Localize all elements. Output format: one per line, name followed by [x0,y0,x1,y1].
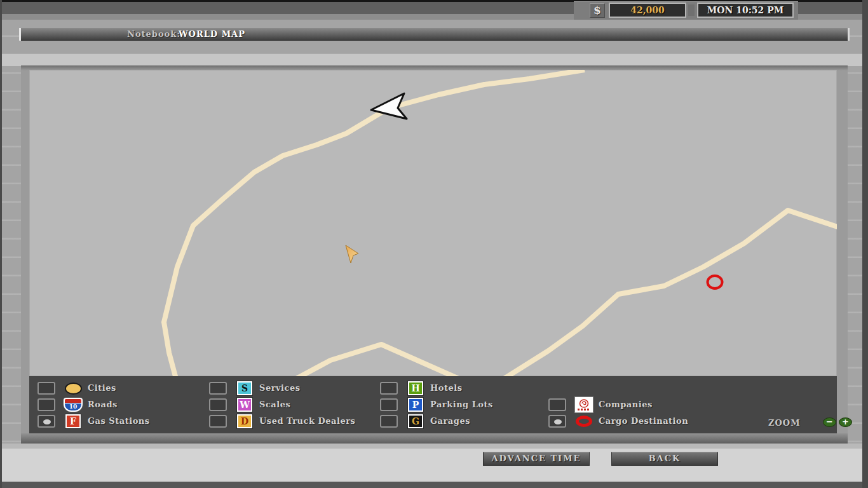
road-line [296,344,459,376]
legend-label: Parking Lots [430,400,493,409]
interstate-shield-icon: 10 [63,398,83,412]
company-logo-icon [574,398,594,412]
roads-layer [164,70,837,376]
parking-lots-checkbox[interactable] [380,398,398,411]
mouse-cursor-icon [346,245,358,263]
checkbox-dot [43,419,51,424]
map-legend: Cities 10 Roads F Gas Stations S Service… [29,376,837,433]
cities-icon [63,381,83,395]
cities-checkbox[interactable] [37,382,55,395]
checkbox-dot [554,419,562,424]
screen-right-edge [862,0,868,488]
back-button[interactable]: BACK [611,452,718,466]
cargo-destination-checkbox[interactable] [548,415,566,428]
roads-checkbox[interactable] [37,398,55,411]
scales-checkbox[interactable] [209,398,227,411]
scales-icon: W [234,398,255,412]
legend-label: Scales [259,400,290,409]
companies-checkbox[interactable] [548,398,566,411]
advance-time-button[interactable]: ADVANCE TIME [483,452,590,466]
legend-label: Cargo Destination [599,416,688,426]
road-line [164,70,585,376]
parking-icon: P [405,398,426,412]
legend-label: Hotels [430,383,463,393]
hud-divider [688,4,695,16]
currency-icon: $ [590,3,605,18]
zoom-out-button[interactable]: − [823,417,836,427]
legend-label: Garages [430,416,470,426]
garages-checkbox[interactable] [380,415,398,428]
bottom-band-shadow [0,444,868,449]
markers-layer [346,93,722,288]
bottom-band [0,449,868,482]
company-logo-text [578,409,590,410]
screen-left-edge [0,0,2,488]
legend-label: Services [259,383,301,393]
legend-label: Cities [88,383,116,393]
cargo-destination-icon [574,414,594,428]
legend-label: Gas Stations [88,416,150,426]
gas-station-icon: F [63,414,83,428]
hotels-checkbox[interactable] [380,382,398,395]
zoom-in-button[interactable]: + [839,417,852,427]
map-viewport[interactable] [29,70,837,376]
page-title: WORLD MAP [179,29,245,39]
world-map-screen: $ 42,000 MON 10:52 PM Notebook: WORLD MA… [0,0,868,488]
legend-label: Roads [88,400,118,409]
notebook-bar-right-cap [848,28,850,41]
used-truck-dealers-checkbox[interactable] [209,415,227,428]
services-icon: S [234,381,255,395]
legend-label: Companies [599,400,653,409]
legend-label: Used Truck Dealers [259,416,355,426]
notebook-label: Notebook: [127,29,180,39]
screen-bottom-strip [0,482,868,488]
services-checkbox[interactable] [209,382,227,395]
gas-stations-checkbox[interactable] [37,415,55,428]
map-panel: Cities 10 Roads F Gas Stations S Service… [21,65,848,445]
garage-icon: G [405,414,426,428]
zoom-label: ZOOM [768,418,801,428]
hotel-icon: H [405,381,426,395]
map-canvas[interactable] [29,70,837,376]
road-line [504,210,837,376]
background-band [0,54,868,66]
money-display: 42,000 [609,3,686,18]
time-display: MON 10:52 PM [697,3,794,18]
used-truck-dealer-icon: D [234,414,255,428]
cargo-destination-marker [708,276,722,288]
